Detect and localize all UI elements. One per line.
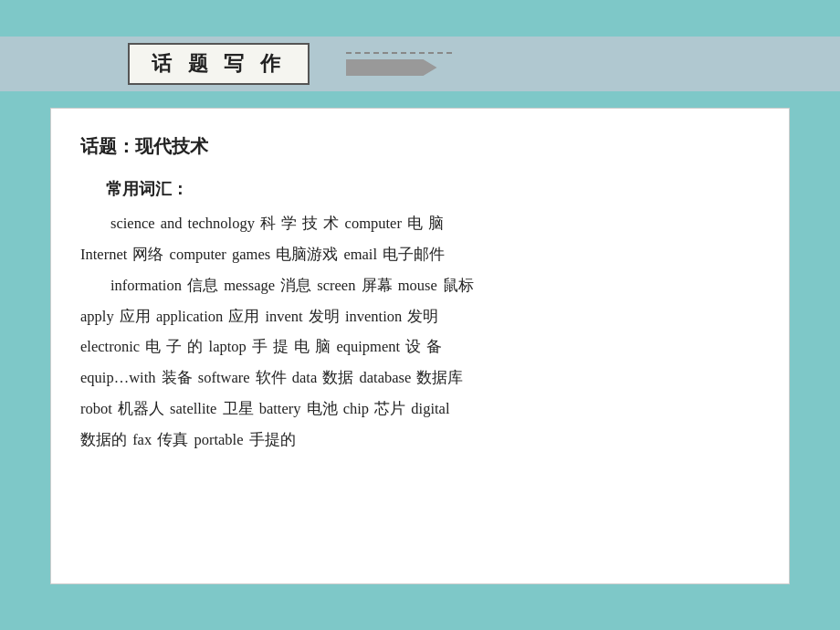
vocab-content: science and technology 科 学 技 术 computer … [80,208,760,456]
vocab-line: Internet 网络 computer games 电脑游戏 email 电子… [80,239,760,270]
vocab-line: robot 机器人 satellite 卫星 battery 电池 chip 芯… [80,394,760,425]
decorative-lines [346,52,456,76]
vocab-line: 数据的 fax 传真 portable 手提的 [80,425,760,456]
vocab-line: science and technology 科 学 技 术 computer … [80,208,760,239]
main-card: 话题：现代技术 常用词汇： science and technology 科 学… [50,108,790,584]
vocab-line: equip…with 装备 software 软件 data 数据 databa… [80,362,760,394]
page-title: 话 题 写 作 [128,43,310,85]
vocab-line: electronic 电 子 的 laptop 手 提 电 脑 equipmen… [80,331,760,362]
topic-title: 话题：现代技术 [80,134,760,159]
header-bar: 话 题 写 作 [0,37,840,91]
vocab-line: apply 应用 application 应用 invent 发明 invent… [80,301,760,332]
deco-dotted-line [346,52,456,54]
vocab-header: 常用词汇： [106,173,760,205]
vocab-line: information 信息 message 消息 screen 屏幕 mous… [80,270,760,301]
vocab-section: 常用词汇： science and technology 科 学 技 术 com… [80,173,760,456]
deco-arrow-shape [346,59,437,76]
